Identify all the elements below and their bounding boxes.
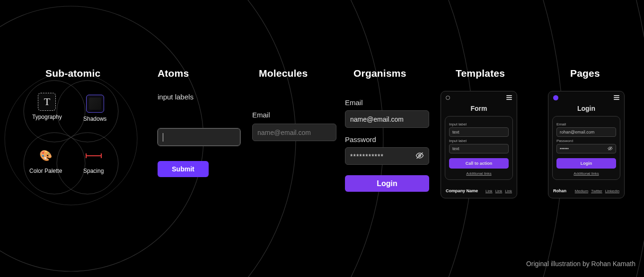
heading-atoms: Atoms	[158, 68, 189, 79]
atomic-design-diagram: Sub-atomic Atoms Molecules Organisms Tem…	[0, 0, 644, 277]
tpl-input-label-1: Input label	[449, 122, 509, 126]
footer-link[interactable]: LinkedIn	[605, 189, 619, 193]
tpl-footer-name: Company Name	[446, 188, 478, 193]
venn-subatomic: T Typography Shadows 🎨 Color Palette Spa…	[5, 52, 137, 194]
tile-color-palette: 🎨 Color Palette	[29, 147, 62, 174]
tpl-input-label-2: Input label	[449, 139, 509, 143]
page-email-input[interactable]: rohan@email.com	[556, 127, 616, 137]
page-pw-input[interactable]: ••••••	[556, 144, 616, 153]
tile-spacing: Spacing	[83, 147, 104, 174]
visibility-toggle-icon[interactable]	[608, 146, 613, 152]
page-pw-label: Password	[556, 139, 616, 143]
page-extra-link[interactable]: Additional links	[556, 171, 616, 176]
label-typography: Typography	[32, 114, 62, 120]
template-card: Form Input label text Input label text C…	[441, 91, 517, 198]
heading-organisms: Organisms	[353, 68, 406, 79]
org-password-label: Password	[345, 135, 429, 143]
tpl-cta-button[interactable]: Call to action	[449, 158, 509, 169]
spacing-icon	[85, 147, 103, 165]
menu-icon[interactable]	[506, 95, 512, 100]
input-value: name@email.com	[350, 116, 404, 123]
atom-input-label: input labels	[158, 93, 240, 101]
atom-submit-button[interactable]: Submit	[158, 161, 209, 177]
tpl-footer-links: Link Link Link	[485, 189, 512, 193]
input-value: text	[452, 130, 459, 134]
org-login-button[interactable]: Login	[345, 175, 429, 192]
footer-link[interactable]: Link	[505, 189, 512, 193]
label-shadows: Shadows	[83, 116, 106, 122]
footer-link[interactable]: Twitter	[591, 189, 602, 193]
page-card: Login Email rohan@email.com Password •••…	[548, 91, 625, 198]
input-value: rohan@email.com	[560, 130, 594, 134]
input-value: ••••••	[560, 146, 569, 151]
tile-shadows: Shadows	[83, 95, 106, 122]
tpl-title: Form	[441, 105, 517, 112]
heading-molecules: Molecules	[259, 68, 308, 79]
status-dot-icon	[446, 96, 450, 100]
label-color-palette: Color Palette	[29, 168, 62, 174]
page-footer-name: Rohan	[553, 188, 566, 193]
footer-link[interactable]: Link	[485, 189, 493, 193]
tpl-input-1[interactable]: text	[449, 127, 509, 137]
tile-typography: T Typography	[32, 93, 62, 120]
molecule-sample: Email name@email.com	[252, 111, 336, 141]
page-login-button[interactable]: Login	[556, 158, 616, 169]
placeholder-text: name@email.com	[257, 129, 311, 136]
footer-link[interactable]: Link	[495, 189, 503, 193]
page-title: Login	[548, 105, 624, 112]
page-form-panel: Email rohan@email.com Password •••••• Lo…	[552, 116, 620, 180]
organism-login-form: Email name@email.com Password **********…	[345, 98, 429, 192]
footer-link[interactable]: Medium	[575, 189, 588, 193]
org-password-input[interactable]: ***********	[345, 147, 429, 165]
input-value: ***********	[350, 152, 384, 160]
input-value: text	[452, 146, 459, 151]
heading-pages: Pages	[570, 68, 600, 79]
atom-text-input[interactable]	[158, 128, 240, 146]
palette-icon: 🎨	[37, 147, 55, 165]
org-email-input[interactable]: name@email.com	[345, 110, 429, 128]
page-footer-links: Medium Twitter LinkedIn	[575, 189, 619, 193]
heading-templates: Templates	[456, 68, 505, 79]
tpl-extra-link[interactable]: Additional links	[449, 171, 509, 176]
credit-text: Original illustration by Rohan Kamath	[526, 260, 635, 268]
label-spacing: Spacing	[83, 168, 104, 174]
org-email-label: Email	[345, 98, 429, 107]
page-email-label: Email	[556, 122, 616, 126]
molecule-email-label: Email	[252, 111, 336, 119]
typography-icon: T	[38, 93, 56, 111]
shadows-icon	[86, 95, 104, 113]
atoms-sample: input labels Submit	[158, 93, 240, 177]
molecule-email-input[interactable]: name@email.com	[252, 124, 336, 141]
tpl-form-panel: Input label text Input label text Call t…	[445, 116, 513, 180]
status-dot-icon	[553, 95, 558, 100]
tpl-input-2[interactable]: text	[449, 144, 509, 153]
visibility-toggle-icon[interactable]	[415, 151, 424, 161]
menu-icon[interactable]	[614, 95, 619, 100]
